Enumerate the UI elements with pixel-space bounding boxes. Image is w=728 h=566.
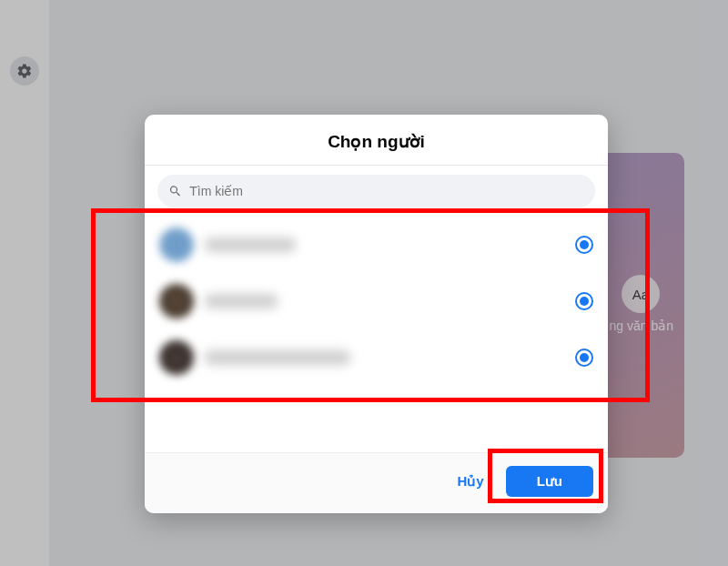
avatar	[159, 340, 194, 375]
avatar	[159, 284, 194, 318]
save-button[interactable]: Lưu	[506, 466, 593, 497]
select-people-modal: Chọn người Hủy Lưu	[145, 115, 608, 513]
radio-dot-icon	[580, 240, 589, 249]
cancel-button[interactable]: Hủy	[440, 466, 500, 497]
gear-icon	[16, 63, 33, 79]
list-item[interactable]	[152, 217, 601, 273]
radio-selected[interactable]	[575, 349, 593, 367]
avatar	[159, 227, 194, 262]
modal-title: Chọn người	[145, 115, 608, 166]
search-field-wrap[interactable]	[157, 175, 595, 207]
search-icon	[168, 184, 182, 198]
person-name-redacted	[205, 350, 350, 365]
person-name-redacted	[205, 238, 296, 252]
modal-footer: Hủy Lưu	[145, 452, 608, 513]
settings-button[interactable]	[10, 56, 39, 86]
person-name-redacted	[205, 294, 278, 308]
text-style-badge: Aa	[622, 275, 660, 313]
radio-dot-icon	[580, 297, 589, 306]
radio-selected[interactable]	[575, 292, 593, 310]
search-bar	[145, 166, 608, 211]
radio-dot-icon	[580, 353, 589, 362]
people-list	[145, 211, 608, 452]
radio-selected[interactable]	[575, 236, 593, 254]
search-input[interactable]	[189, 184, 584, 198]
list-item[interactable]	[152, 329, 601, 386]
sidebar	[0, 0, 49, 566]
list-item[interactable]	[152, 273, 601, 329]
